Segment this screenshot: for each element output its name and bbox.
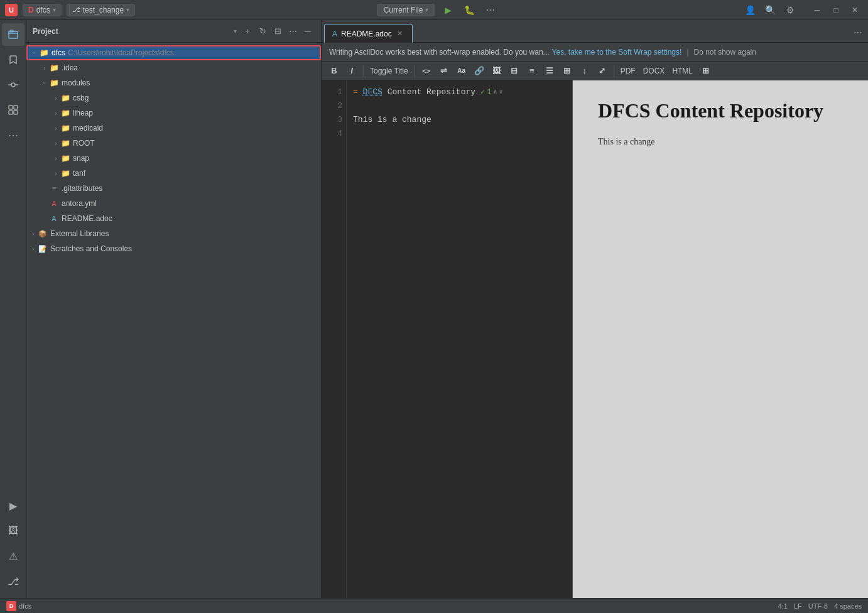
statusbar-right: 4:1 LF UTF-8 4 spaces [778,602,862,610]
branch-chevron: ▾ [126,6,129,13]
project-chevron: ▾ [53,6,56,13]
settings-button[interactable]: ⚙ [781,3,799,17]
sidebar-more-btn[interactable]: ⋯ [286,24,300,38]
sidebar-item-commits[interactable] [2,73,24,96]
snap-folder-icon: 📁 [60,153,70,163]
search-button[interactable]: 🔍 [761,3,779,17]
sidebar-dropdown-icon[interactable]: ▾ [234,28,237,35]
tree-item-snap[interactable]: › 📁 snap [26,151,321,166]
sidebar-item-plugins[interactable] [2,99,24,121]
toolbar-more1[interactable]: ↕ [577,64,592,78]
tree-item-liheap[interactable]: › 📁 liheap [26,106,321,121]
tree-item-gitattributes[interactable]: › ≡ .gitattributes [26,181,321,196]
new-file-btn[interactable]: + [241,24,254,38]
tab-readme-icon: A [332,30,337,38]
idea-arrow: › [40,63,49,72]
medicaid-label: medicaid [73,124,103,133]
sidebar-item-problems[interactable]: ⚠ [2,545,24,567]
toolbar-pdf[interactable]: PDF [618,65,638,77]
tree-item-external-libs[interactable]: › 📦 External Libraries [26,226,321,241]
toolbar-list-unordered[interactable]: ≡ [524,64,540,78]
tree-item-root[interactable]: › 📁 dfcs C:\Users\rohit\IdeaProjects\dfc… [26,45,321,60]
debug-button[interactable]: 🐛 [460,3,478,17]
more-run-button[interactable]: ⋯ [482,3,499,17]
collapse-all-btn[interactable]: ⊟ [271,24,285,38]
close-button[interactable]: ✕ [847,3,863,17]
sidebar-toolbar: + ↻ ⊟ ⋯ ─ [241,24,315,38]
tree-item-csbg[interactable]: › 📁 csbg [26,90,321,106]
ext-libs-arrow: › [29,229,38,238]
tab-readme[interactable]: A README.adoc ✕ [324,24,413,43]
notification-link-dismiss[interactable]: Do not show again [694,48,756,57]
toolbar-image[interactable]: 🖼 [489,64,504,78]
tree-item-scratches[interactable]: › 📝 Scratches and Consoles [26,241,321,256]
editor-area: A README.adoc ✕ ⋯ Writing AsciiDoc works… [322,20,868,598]
toolbar-more2[interactable]: ⤢ [595,64,610,78]
toolbar-italic[interactable]: I [344,64,359,78]
toolbar-html[interactable]: HTML [670,65,695,77]
run-config-chevron: ▾ [425,6,428,13]
snap-label: snap [73,154,89,163]
idea-folder-icon: 📁 [49,63,59,73]
tree-item-modules[interactable]: › 📁 modules [26,75,321,90]
svg-rect-8 [14,111,18,114]
tree-item-tanf[interactable]: › 📁 tanf [26,166,321,181]
readme-label: README.adoc [62,214,112,223]
profile-button[interactable]: 👤 [741,3,759,17]
root-label: dfcs [52,48,65,57]
run-config-dropdown[interactable]: Current File ▾ [377,4,436,16]
sidebar-header: Project ▾ + ↻ ⊟ ⋯ ─ [26,20,321,43]
minimize-button[interactable]: ─ [809,3,825,17]
tree-item-root-module[interactable]: › 📁 ROOT [26,136,321,151]
sidebar-tree: › 📁 dfcs C:\Users\rohit\IdeaProjects\dfc… [26,43,321,598]
tree-item-medicaid[interactable]: › 📁 medicaid [26,121,321,136]
statusbar-project-name[interactable]: dfcs [19,602,31,610]
statusbar-encoding[interactable]: UTF-8 [808,602,828,610]
toolbar-bold[interactable]: B [327,64,342,78]
toolbar-format[interactable]: ⇌ [437,64,452,78]
modules-folder-icon: 📁 [49,78,59,88]
toolbar-toggle-title[interactable]: Toggle Title [367,65,411,77]
run-button[interactable]: ▶ [439,3,457,17]
toolbar-indent[interactable]: ⊞ [560,64,575,78]
sync-btn[interactable]: ↻ [256,24,269,38]
tab-more-btn[interactable]: ⋯ [850,26,865,40]
sidebar-item-bookmarks[interactable] [2,48,24,71]
code-content[interactable]: = DFCS Content Repository ✓ 1 ∧ ∨ This i… [347,80,572,598]
statusbar-position[interactable]: 4:1 [778,602,788,610]
notification-bar: Writing AsciiDoc works best with soft-wr… [322,43,868,62]
tree-item-readme[interactable]: › A README.adoc [26,211,321,226]
sidebar-item-images[interactable]: 🖼 [2,519,24,542]
sidebar-minimize-btn[interactable]: ─ [301,24,315,38]
sidebar-item-git[interactable]: ⎇ [2,570,24,592]
scratches-icon: 📝 [38,244,48,254]
ext-libs-label: External Libraries [50,229,109,238]
toolbar-grid[interactable]: ⊞ [698,64,713,78]
code-line-3: This is a change [353,113,566,127]
sidebar-item-more[interactable]: ⋯ [2,124,24,146]
sidebar-item-project[interactable] [2,23,24,46]
notification-link-settings[interactable]: Yes, take me to the Soft Wrap settings! [552,48,682,57]
notification-text: Writing AsciiDoc works best with soft-wr… [329,48,550,57]
branch-dropdown[interactable]: ⎇ test_change ▾ [67,4,135,16]
toolbar-code[interactable]: <> [419,64,434,78]
tab-close-btn[interactable]: ✕ [396,30,404,38]
statusbar-indent[interactable]: 4 spaces [834,602,862,610]
branch-icon: ⎇ [72,6,80,14]
tree-item-antora[interactable]: › A antora.yml [26,196,321,211]
toolbar-aa[interactable]: Aa [454,64,469,78]
code-line-2 [353,99,566,113]
statusbar-line-ending[interactable]: LF [794,602,802,610]
toolbar-table[interactable]: ⊟ [507,64,522,78]
project-dropdown[interactable]: D dfcs ▾ [23,4,62,16]
toolbar-link[interactable]: 🔗 [472,64,487,78]
antora-label: antora.yml [62,199,97,208]
maximize-button[interactable]: □ [828,3,844,17]
code-editor[interactable]: 1 2 3 4 = DFCS Content Repository ✓ 1 ∧ [322,80,573,598]
antora-icon: A [49,198,59,209]
csbg-folder-icon: 📁 [60,93,70,103]
tree-item-idea[interactable]: › 📁 .idea [26,60,321,75]
sidebar-item-run[interactable]: ▶ [2,494,24,517]
toolbar-list-ordered[interactable]: ☰ [542,64,557,78]
toolbar-docx[interactable]: DOCX [641,65,668,77]
